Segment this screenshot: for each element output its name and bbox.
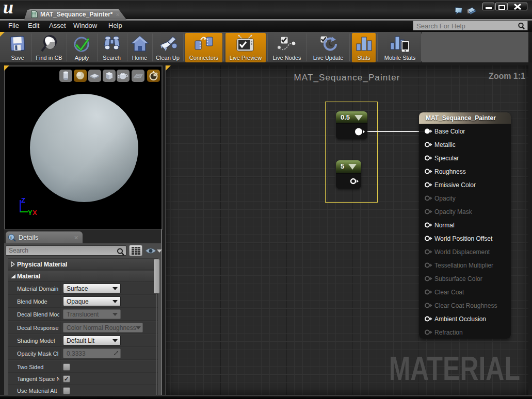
svg-text:Y: Y [28, 209, 33, 217]
svg-text:Z: Z [21, 196, 25, 204]
svg-text:X: X [33, 209, 37, 217]
